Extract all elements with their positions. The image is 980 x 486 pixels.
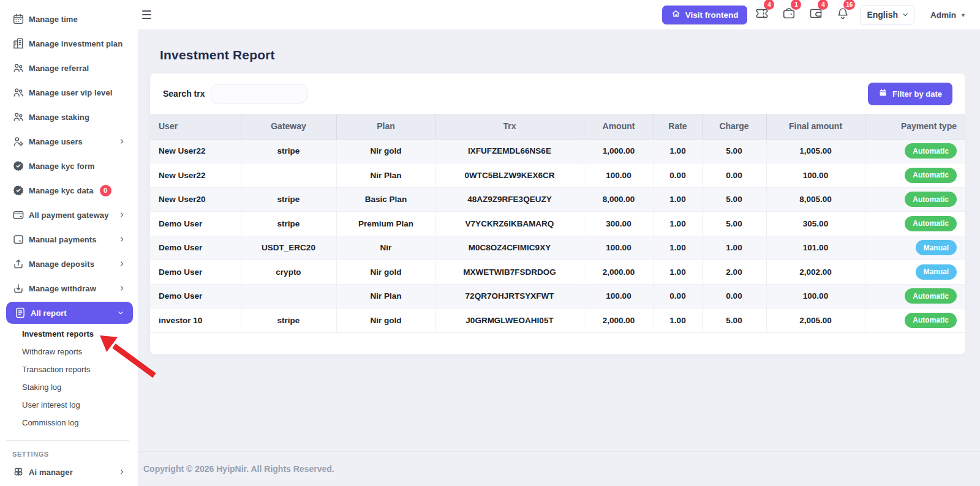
- badge-check-icon: [12, 160, 24, 172]
- brain-icon: [12, 466, 24, 478]
- hamburger-menu-icon[interactable]: [142, 7, 158, 23]
- sidebar-subitem-commission-log[interactable]: Commission log: [0, 414, 138, 432]
- notification-count-badge: 4: [818, 0, 828, 10]
- count-badge: 0: [100, 185, 111, 196]
- calendar-icon: [12, 13, 24, 25]
- ticket-icon-button[interactable]: 4: [755, 6, 769, 23]
- cell-rate: 1.00: [654, 236, 702, 260]
- filter-by-date-label: Filter by date: [892, 89, 942, 99]
- sidebar-item-manage-time[interactable]: Manage time: [0, 7, 138, 31]
- cell-user: Demo User: [150, 260, 241, 285]
- topbar: Visit frontend 41416 English Admin ▾: [138, 0, 980, 29]
- cell-user: New User22: [150, 163, 241, 188]
- cell-final: 101.00: [766, 236, 865, 260]
- sidebar-item-manage-referral[interactable]: Manage referral: [0, 56, 138, 80]
- table-row: New User20stripeBasic Plan48AZ9Z9RFE3QEU…: [150, 187, 965, 212]
- table-row: Demo UserNir Plan72QR7OHJRTSYXFWT100.000…: [150, 284, 965, 308]
- table-row: Demo UserstripePremium PlanV7YCKRZ6IKBAM…: [150, 212, 965, 236]
- sidebar-subitem-investment-reports[interactable]: Investment reports: [0, 325, 138, 343]
- admin-menu[interactable]: Admin ▾: [930, 10, 965, 20]
- cell-payment_type: Automatic: [865, 163, 965, 188]
- cell-trx: J0GRMGLWEOAHI05T: [435, 308, 584, 333]
- sidebar-subitem-staking-log[interactable]: Staking log: [0, 378, 138, 396]
- cell-trx: 72QR7OHJRTSYXFWT: [435, 284, 584, 308]
- cell-final: 100.00: [766, 284, 865, 308]
- cell-payment_type: Automatic: [865, 187, 965, 212]
- cell-amount: 100.00: [584, 284, 654, 308]
- chevron-right-icon: [118, 468, 126, 476]
- sidebar-item-manual-payments[interactable]: Manual payments: [0, 227, 138, 252]
- cell-final: 2,005.00: [766, 308, 865, 333]
- column-header-payment-type: Payment type: [865, 114, 965, 139]
- chevron-down-icon: [902, 11, 909, 18]
- sidebar-item-manage-user-vip-level[interactable]: Manage user vip level: [0, 80, 138, 105]
- users-icon: [12, 86, 24, 99]
- cell-gateway: stripe: [241, 212, 336, 236]
- sidebar-item-label: Manage kyc data: [29, 186, 94, 195]
- sidebar-subitem-transaction-reports[interactable]: Transaction reports: [0, 361, 138, 378]
- sidebar-item-label: Manage kyc form: [29, 162, 95, 171]
- cell-plan: Nir gold: [336, 308, 435, 333]
- sidebar-item-label: Manage referral: [29, 64, 89, 73]
- cell-charge: 5.00: [702, 187, 766, 212]
- sidebar-subitem-user-interest-log[interactable]: User interest log: [0, 396, 138, 414]
- column-header-charge: Charge: [702, 114, 766, 139]
- wallet-icon-button[interactable]: 4: [809, 6, 823, 23]
- sidebar-item-manage-withdraw[interactable]: Manage withdraw: [0, 276, 138, 301]
- sidebar-item-label: Manage time: [29, 15, 78, 24]
- search-trx-input[interactable]: [211, 84, 307, 103]
- sidebar-item-label: All report: [31, 308, 67, 318]
- column-header-user: User: [150, 114, 241, 139]
- notification-icons: 41416: [755, 6, 860, 23]
- cell-gateway: stripe: [241, 308, 336, 333]
- sidebar-item-ai-manager[interactable]: Ai manager: [0, 460, 138, 484]
- sidebar-item-manage-kyc-form[interactable]: Manage kyc form: [0, 154, 138, 178]
- cell-charge: 2.00: [702, 260, 766, 285]
- table-row: investor 10stripeNir goldJ0GRMGLWEOAHI05…: [150, 308, 965, 333]
- chevron-right-icon: [118, 236, 126, 243]
- content: Investment Report Search trx Filter by d…: [138, 29, 980, 451]
- cell-gateway: USDT_ERC20: [241, 236, 336, 260]
- cell-charge: 0.00: [702, 284, 766, 308]
- purse-icon-button[interactable]: 1: [782, 6, 796, 23]
- cell-amount: 300.00: [584, 212, 654, 236]
- cell-trx: 0WTC5BLZW9KEX6CR: [435, 163, 584, 188]
- search-trx-label: Search trx: [163, 89, 205, 99]
- chevron-down-icon: [117, 309, 124, 316]
- sidebar-item-manage-staking[interactable]: Manage staking: [0, 105, 138, 129]
- column-header-final-amount: Final amount: [766, 114, 865, 139]
- cell-charge: 5.00: [702, 308, 766, 333]
- cell-final: 305.00: [766, 212, 865, 236]
- sidebar-item-manage-users[interactable]: Manage users: [0, 129, 138, 154]
- payment-type-badge: Automatic: [905, 288, 957, 304]
- sidebar-item-manage-kyc-data[interactable]: Manage kyc data0: [0, 178, 138, 203]
- language-select[interactable]: English: [860, 5, 914, 25]
- sidebar: Manage timeManage investment planManage …: [0, 0, 138, 486]
- footer: Copyright © 2026 HyipNir. All Rights Res…: [138, 451, 980, 486]
- sidebar-item-label: Manage users: [29, 137, 83, 146]
- visit-frontend-button[interactable]: Visit frontend: [662, 6, 748, 24]
- filter-by-date-button[interactable]: Filter by date: [868, 83, 952, 105]
- payment-type-badge: Automatic: [905, 168, 957, 183]
- sidebar-item-all-payment-gateway[interactable]: All payment gateway: [0, 203, 138, 227]
- admin-label: Admin: [930, 10, 956, 20]
- cell-rate: 1.00: [654, 308, 702, 333]
- cell-rate: 0.00: [654, 284, 702, 308]
- chevron-right-icon: [118, 260, 126, 267]
- cell-payment_type: Manual: [865, 236, 965, 260]
- sidebar-subitem-withdraw-reports[interactable]: Withdraw reports: [0, 343, 138, 361]
- sidebar-item-label: Manage staking: [29, 113, 89, 122]
- sidebar-item-manage-investment-plan[interactable]: Manage investment plan: [0, 31, 138, 56]
- cell-trx: MXWETWIB7FSDRDOG: [435, 260, 584, 285]
- file-lines-icon: [14, 307, 26, 319]
- settings-section-label: SETTINGS: [0, 441, 138, 460]
- visit-frontend-label: Visit frontend: [685, 10, 739, 20]
- sidebar-item-all-report[interactable]: All report: [6, 302, 133, 324]
- table-row: Demo UsercryptoNir goldMXWETWIB7FSDRDOG2…: [150, 260, 965, 285]
- cell-charge: 1.00: [702, 236, 766, 260]
- cell-user: Demo User: [150, 236, 241, 260]
- cell-user: New User22: [150, 139, 241, 163]
- sidebar-item-manage-deposits[interactable]: Manage deposits: [0, 252, 138, 276]
- bell-icon-button[interactable]: 16: [835, 6, 850, 23]
- cell-rate: 1.00: [654, 212, 702, 236]
